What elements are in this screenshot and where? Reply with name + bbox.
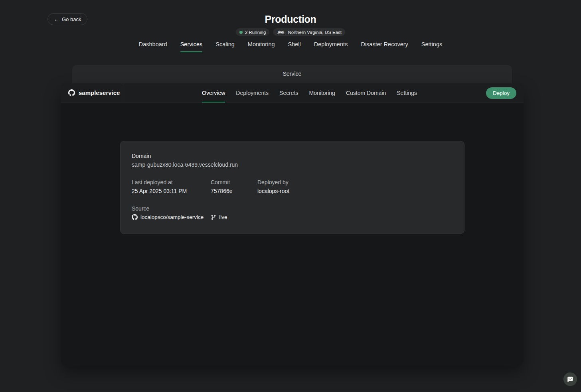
app-root: ← Go back Production 2 Running aws North… (0, 0, 581, 392)
service-tab-deployments[interactable]: Deployments (236, 83, 269, 102)
service-panel: sampleservice Overview Deployments Secre… (61, 83, 524, 366)
nav-tab-disaster-recovery[interactable]: Disaster Recovery (361, 41, 408, 52)
commit-value: 757866e (211, 187, 257, 195)
source-repo-label: localopsco/sample-service (140, 214, 204, 220)
domain-value: samp-gubuzx80.loca-6439.vesselcloud.run (132, 161, 453, 169)
service-name: sampleservice (61, 83, 123, 102)
source-label: Source (132, 205, 453, 213)
last-deployed-value: 25 Apr 2025 03:11 PM (132, 187, 211, 195)
github-icon (132, 214, 138, 220)
status-dot-icon (239, 31, 243, 34)
last-deployed-label: Last deployed at (132, 178, 211, 186)
commit-label: Commit (211, 178, 257, 186)
nav-tab-shell[interactable]: Shell (288, 41, 301, 52)
github-icon (68, 89, 75, 96)
deployed-by-column: Deployed by localops-root (257, 178, 289, 195)
deployed-by-value: localops-root (257, 187, 289, 195)
svg-text:aws: aws (278, 30, 284, 33)
service-tab-custom-domain[interactable]: Custom Domain (346, 83, 386, 102)
service-panel-body: Domain samp-gubuzx80.loca-6439.vesselclo… (61, 102, 524, 366)
service-tab-monitoring[interactable]: Monitoring (309, 83, 335, 102)
nav-tab-deployments[interactable]: Deployments (314, 41, 348, 52)
aws-logo-icon: aws (277, 30, 285, 35)
service-overview-card: Domain samp-gubuzx80.loca-6439.vesselclo… (120, 141, 464, 234)
chat-bubble-icon (567, 376, 574, 383)
running-status-label: 2 Running (245, 30, 266, 35)
environment-badges: 2 Running aws Northern Virginia, US East (0, 28, 581, 36)
nav-tab-settings[interactable]: Settings (421, 41, 442, 52)
deployed-by-label: Deployed by (257, 178, 289, 186)
service-name-label: sampleservice (79, 89, 120, 96)
git-branch-icon (211, 215, 216, 220)
chat-launcher-button[interactable] (563, 372, 577, 386)
source-branch-label: live (219, 214, 227, 220)
last-deployed-column: Last deployed at 25 Apr 2025 03:11 PM (132, 178, 211, 195)
nav-tab-dashboard[interactable]: Dashboard (139, 41, 167, 52)
source-row: localopsco/sample-service live (132, 214, 453, 220)
domain-label: Domain (132, 152, 453, 160)
source-section: Source localopsco/sample-service (132, 205, 453, 220)
environment-nav: Dashboard Services Scaling Monitoring Sh… (0, 41, 581, 52)
nav-tab-monitoring[interactable]: Monitoring (248, 41, 275, 52)
deploy-info-section: Last deployed at 25 Apr 2025 03:11 PM Co… (132, 178, 453, 195)
service-tab-overview[interactable]: Overview (202, 83, 225, 102)
commit-column: Commit 757866e (211, 178, 257, 195)
source-branch-link[interactable]: live (211, 214, 227, 220)
deploy-button[interactable]: Deploy (486, 87, 516, 99)
service-tabs: Overview Deployments Secrets Monitoring … (202, 83, 417, 102)
service-tab-secrets[interactable]: Secrets (279, 83, 298, 102)
domain-section: Domain samp-gubuzx80.loca-6439.vesselclo… (132, 152, 453, 169)
nav-tab-scaling[interactable]: Scaling (215, 41, 235, 52)
service-panel-header: sampleservice Overview Deployments Secre… (61, 83, 524, 102)
source-repo-link[interactable]: localopsco/sample-service (132, 214, 204, 220)
environment-title: Production (0, 14, 581, 25)
service-section-title: Service (283, 71, 302, 77)
running-status-badge: 2 Running (236, 28, 269, 36)
region-badge: aws Northern Virginia, US East (273, 28, 345, 36)
nav-tab-services[interactable]: Services (180, 41, 203, 52)
service-tab-settings[interactable]: Settings (397, 83, 417, 102)
region-label: Northern Virginia, US East (288, 30, 342, 35)
